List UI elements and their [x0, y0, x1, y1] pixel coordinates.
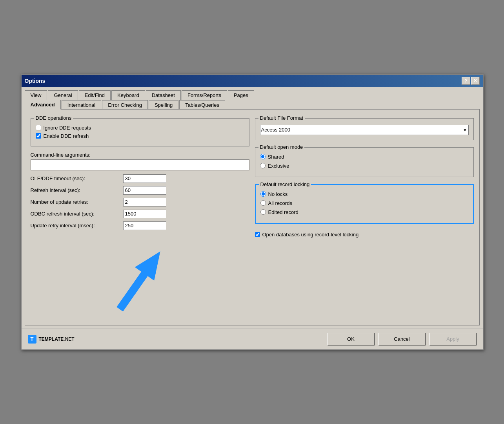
exclusive-label: Exclusive	[268, 163, 289, 169]
default-record-locking-group: Default record locking No locks All reco…	[255, 184, 474, 224]
edited-record-radio[interactable]	[260, 209, 266, 215]
update-retries-input[interactable]	[123, 198, 166, 207]
help-button[interactable]: ?	[462, 77, 470, 85]
exclusive-radio[interactable]	[260, 163, 266, 168]
dialog-title: Options	[25, 78, 45, 84]
no-locks-radio-row: No locks	[260, 191, 468, 197]
tab-spelling[interactable]: Spelling	[149, 100, 178, 110]
ole-dde-timeout-label: OLE/DDE timeout (sec):	[31, 175, 121, 181]
tab-panel-advanced: DDE operations Ignore DDE requests Enabl…	[25, 109, 480, 325]
tab-view[interactable]: View	[25, 90, 47, 100]
open-mode-options: Shared Exclusive	[260, 154, 469, 169]
ole-dde-timeout-row: OLE/DDE timeout (sec):	[31, 174, 249, 183]
all-records-radio-row: All records	[260, 200, 468, 206]
file-format-select-container: Access 2000 Access 97 Access 2002-2003	[260, 125, 469, 135]
update-retry-interval-label: Update retry interval (msec):	[31, 223, 121, 228]
tab-international[interactable]: International	[62, 100, 102, 110]
ok-button[interactable]: OK	[328, 333, 375, 345]
tab-general[interactable]: General	[48, 90, 78, 100]
ignore-dde-checkbox[interactable]	[36, 125, 41, 130]
file-format-select[interactable]: Access 2000 Access 97 Access 2002-2003	[260, 125, 469, 135]
default-file-format-title: Default File Format	[258, 115, 305, 121]
tab-keyboard[interactable]: Keyboard	[111, 90, 145, 100]
default-file-format-group: Default File Format Access 2000 Access 9…	[255, 118, 474, 140]
enable-dde-checkbox[interactable]	[36, 133, 41, 139]
tab-row-2: Advanced International Error Checking Sp…	[25, 99, 480, 109]
tab-error-checking[interactable]: Error Checking	[102, 100, 148, 110]
update-retries-label: Number of update retries:	[31, 199, 121, 205]
command-line-label: Command-line arguments:	[31, 152, 249, 158]
tab-forms-reports[interactable]: Forms/Reports	[182, 90, 227, 100]
close-button[interactable]: ✕	[471, 77, 480, 85]
enable-dde-label: Enable DDE refresh	[44, 133, 89, 139]
open-databases-label: Open databases using record-level lockin…	[262, 232, 359, 238]
shared-label: Shared	[268, 154, 284, 160]
command-line-section: Command-line arguments:	[31, 152, 249, 170]
blue-arrow-icon	[109, 241, 171, 320]
dde-group-title: DDE operations	[34, 115, 73, 121]
open-databases-row: Open databases using record-level lockin…	[255, 232, 474, 238]
tab-advanced[interactable]: Advanced	[25, 100, 61, 110]
tab-datasheet[interactable]: Datasheet	[146, 90, 181, 100]
tab-row-1: View General Edit/Find Keyboard Datashee…	[25, 90, 480, 99]
logo-text: TEMPLATE.NET	[39, 336, 75, 342]
refresh-interval-row: Refresh interval (sec):	[31, 186, 249, 195]
numeric-fields: OLE/DDE timeout (sec): Refresh interval …	[31, 174, 249, 233]
enable-dde-row: Enable DDE refresh	[36, 133, 244, 139]
open-databases-checkbox[interactable]	[255, 232, 260, 237]
command-line-input[interactable]	[31, 159, 249, 170]
title-bar: Options ? ✕	[22, 75, 483, 87]
right-column: Default File Format Access 2000 Access 9…	[255, 115, 474, 320]
cancel-button[interactable]: Cancel	[378, 333, 426, 345]
default-record-locking-title: Default record locking	[259, 181, 311, 187]
shared-radio[interactable]	[260, 154, 266, 159]
refresh-interval-input[interactable]	[123, 186, 166, 195]
ignore-dde-row: Ignore DDE requests	[36, 125, 244, 131]
options-dialog: Options ? ✕ View General Edit/Find Keybo…	[21, 74, 484, 350]
update-retry-interval-input[interactable]	[123, 221, 166, 230]
tab-tables-queries[interactable]: Tables/Queries	[179, 100, 225, 110]
dialog-content: View General Edit/Find Keyboard Datashee…	[22, 87, 483, 329]
edited-record-radio-row: Edited record	[260, 209, 468, 215]
footer-buttons: OK Cancel Apply	[328, 333, 477, 345]
record-locking-options: No locks All records Edited record	[260, 191, 468, 215]
update-retries-row: Number of update retries:	[31, 198, 249, 207]
tab-edit-find[interactable]: Edit/Find	[79, 90, 111, 100]
odbc-refresh-row: ODBC refresh interval (sec):	[31, 210, 249, 218]
apply-button[interactable]: Apply	[429, 333, 477, 345]
refresh-interval-label: Refresh interval (sec):	[31, 187, 121, 193]
update-retry-interval-row: Update retry interval (msec):	[31, 221, 249, 230]
odbc-refresh-label: ODBC refresh interval (sec):	[31, 211, 121, 217]
svg-marker-0	[110, 245, 169, 316]
exclusive-radio-row: Exclusive	[260, 163, 469, 169]
ole-dde-timeout-input[interactable]	[123, 174, 166, 183]
template-logo: T TEMPLATE.NET	[28, 335, 75, 344]
file-format-select-wrapper: Access 2000 Access 97 Access 2002-2003	[260, 125, 469, 135]
ignore-dde-label: Ignore DDE requests	[44, 125, 91, 131]
dde-group-box: DDE operations Ignore DDE requests Enabl…	[31, 118, 249, 146]
default-open-mode-group: Default open mode Shared Exclusive	[255, 147, 474, 177]
shared-radio-row: Shared	[260, 154, 469, 160]
edited-record-label: Edited record	[268, 209, 298, 215]
tab-pages[interactable]: Pages	[228, 90, 254, 100]
left-column: DDE operations Ignore DDE requests Enabl…	[31, 115, 249, 320]
default-open-mode-title: Default open mode	[258, 144, 305, 150]
dialog-footer: T TEMPLATE.NET OK Cancel Apply	[22, 329, 483, 349]
title-bar-buttons: ? ✕	[462, 77, 480, 85]
arrow-annotation	[31, 241, 249, 320]
all-records-label: All records	[268, 200, 292, 206]
no-locks-radio[interactable]	[260, 191, 266, 197]
all-records-radio[interactable]	[260, 200, 266, 206]
no-locks-label: No locks	[268, 191, 288, 197]
logo-icon: T	[28, 335, 36, 344]
odbc-refresh-input[interactable]	[123, 210, 166, 218]
